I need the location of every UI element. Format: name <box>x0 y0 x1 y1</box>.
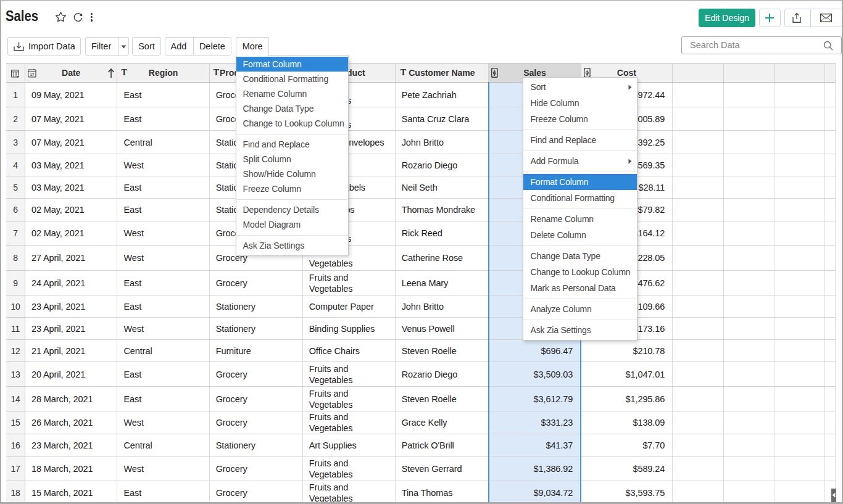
svg-text:17: 17 <box>30 72 34 76</box>
